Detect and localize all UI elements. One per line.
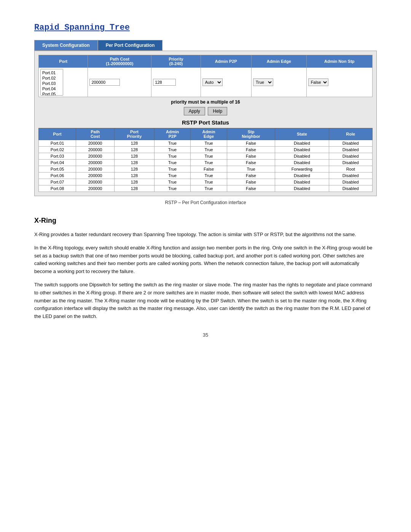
tab-system-config[interactable]: System Configuration bbox=[34, 40, 98, 51]
config-panel: Port Path Cost(1-200000000) Priority(0-2… bbox=[34, 51, 377, 196]
rstp-cell: Port.05 bbox=[39, 166, 76, 173]
priority-note: priority must be a multiple of 16 bbox=[38, 99, 373, 105]
rstp-col-priority: PortPriority bbox=[115, 128, 155, 140]
xring-title: X-Ring bbox=[34, 217, 377, 225]
rstp-cell: Disabled bbox=[275, 185, 329, 192]
rstp-cell: 128 bbox=[115, 140, 155, 147]
rstp-cell: 200000 bbox=[76, 166, 115, 173]
rstp-cell: Disabled bbox=[275, 147, 329, 153]
xring-para-3: The switch supports one Dipswitch for se… bbox=[34, 281, 377, 321]
rstp-col-path-cost: PathCost bbox=[76, 128, 115, 140]
rstp-cell: 128 bbox=[115, 179, 155, 185]
rstp-col-admin-edge: AdminEdge bbox=[191, 128, 227, 140]
rstp-cell: True bbox=[191, 179, 227, 185]
col-port: Port bbox=[39, 55, 88, 68]
rstp-status-title: RSTP Port Status bbox=[38, 119, 373, 126]
rstp-cell: 200000 bbox=[76, 140, 115, 147]
page-title: Rapid Spanning Tree bbox=[34, 23, 377, 32]
col-path-cost: Path Cost(1-200000000) bbox=[88, 55, 151, 68]
port-listbox[interactable]: Port.01 Port.02 Port.03 Port.04 Port.05 bbox=[40, 69, 63, 96]
admin-non-stp-select[interactable]: False True bbox=[308, 78, 328, 86]
rstp-col-stp-neighbor: StpNeighbor bbox=[227, 128, 275, 140]
admin-p2p-select[interactable]: Auto True False bbox=[202, 78, 223, 86]
admin-edge-cell: True False bbox=[251, 68, 306, 97]
rstp-cell: False bbox=[227, 160, 275, 166]
tab-bar: System Configuration Per Port Configurat… bbox=[34, 40, 377, 51]
rstp-cell: Disabled bbox=[275, 173, 329, 179]
rstp-cell: True bbox=[191, 147, 227, 153]
help-button[interactable]: Help bbox=[208, 107, 227, 115]
rstp-table-row: Port.07200000128TrueTrueFalseDisabledDis… bbox=[39, 179, 373, 185]
rstp-cell: Disabled bbox=[329, 185, 372, 192]
rstp-col-admin-p2p: AdminP2P bbox=[154, 128, 190, 140]
rstp-cell: True bbox=[154, 160, 190, 166]
tab-per-port-config[interactable]: Per Port Configuration bbox=[98, 40, 163, 51]
rstp-cell: Port.08 bbox=[39, 185, 76, 192]
rstp-table-row: Port.03200000128TrueTrueFalseDisabledDis… bbox=[39, 153, 373, 160]
admin-non-stp-cell: False True bbox=[306, 68, 372, 97]
rstp-cell: True bbox=[191, 160, 227, 166]
rstp-cell: True bbox=[191, 140, 227, 147]
rstp-cell: 128 bbox=[115, 185, 155, 192]
rstp-cell: True bbox=[154, 153, 190, 160]
rstp-cell: False bbox=[227, 185, 275, 192]
rstp-cell: False bbox=[191, 166, 227, 173]
rstp-table-row: Port.01200000128TrueTrueFalseDisabledDis… bbox=[39, 140, 373, 147]
rstp-cell: Disabled bbox=[275, 153, 329, 160]
path-cost-input[interactable] bbox=[89, 79, 120, 86]
config-row: Port.01 Port.02 Port.03 Port.04 Port.05 bbox=[39, 68, 373, 97]
xring-para-1: X-Ring provides a faster redundant recov… bbox=[34, 231, 377, 239]
rstp-cell: Disabled bbox=[275, 179, 329, 185]
rstp-cell: False bbox=[227, 147, 275, 153]
col-admin-edge: Admin Edge bbox=[251, 55, 306, 68]
rstp-cell: 128 bbox=[115, 147, 155, 153]
rstp-cell: True bbox=[191, 173, 227, 179]
rstp-cell: 200000 bbox=[76, 153, 115, 160]
rstp-cell: Port.07 bbox=[39, 179, 76, 185]
rstp-cell: Port.01 bbox=[39, 140, 76, 147]
rstp-cell: 200000 bbox=[76, 179, 115, 185]
rstp-cell: True bbox=[154, 185, 190, 192]
rstp-cell: True bbox=[191, 185, 227, 192]
rstp-cell: 128 bbox=[115, 166, 155, 173]
rstp-cell: True bbox=[154, 140, 190, 147]
page-number: 35 bbox=[34, 332, 377, 338]
button-row: Apply Help bbox=[38, 107, 373, 115]
rstp-table-row: Port.06200000128TrueTrueFalseDisabledDis… bbox=[39, 173, 373, 179]
rstp-cell: Root bbox=[329, 166, 372, 173]
rstp-cell: False bbox=[227, 153, 275, 160]
priority-input[interactable] bbox=[153, 79, 176, 86]
page-container: Rapid Spanning Tree System Configuration… bbox=[34, 23, 377, 338]
rstp-col-port: Port bbox=[39, 128, 76, 140]
table-caption: RSTP – Per Port Configuration interface bbox=[34, 200, 377, 205]
rstp-cell: Port.04 bbox=[39, 160, 76, 166]
rstp-cell: False bbox=[227, 173, 275, 179]
rstp-cell: 200000 bbox=[76, 147, 115, 153]
rstp-cell: Disabled bbox=[329, 153, 372, 160]
rstp-cell: 200000 bbox=[76, 173, 115, 179]
priority-cell bbox=[151, 68, 201, 97]
rstp-cell: Disabled bbox=[329, 179, 372, 185]
col-admin-p2p: Admin P2P bbox=[201, 55, 251, 68]
rstp-cell: True bbox=[191, 153, 227, 160]
admin-p2p-cell: Auto True False bbox=[201, 68, 251, 97]
rstp-cell: Disabled bbox=[329, 140, 372, 147]
rstp-cell: Disabled bbox=[275, 140, 329, 147]
rstp-table-row: Port.02200000128TrueTrueFalseDisabledDis… bbox=[39, 147, 373, 153]
rstp-cell: Disabled bbox=[329, 173, 372, 179]
rstp-col-role: Role bbox=[329, 128, 372, 140]
rstp-cell: True bbox=[154, 147, 190, 153]
path-cost-cell bbox=[88, 68, 151, 97]
rstp-cell: 200000 bbox=[76, 160, 115, 166]
admin-edge-select[interactable]: True False bbox=[253, 78, 273, 86]
rstp-cell: True bbox=[154, 179, 190, 185]
rstp-cell: 128 bbox=[115, 160, 155, 166]
rstp-cell: 128 bbox=[115, 173, 155, 179]
rstp-cell: 200000 bbox=[76, 185, 115, 192]
rstp-cell: True bbox=[154, 166, 190, 173]
rstp-cell: Disabled bbox=[275, 160, 329, 166]
apply-button[interactable]: Apply bbox=[184, 107, 205, 115]
rstp-cell: 128 bbox=[115, 153, 155, 160]
rstp-cell: Port.06 bbox=[39, 173, 76, 179]
rstp-table-row: Port.08200000128TrueTrueFalseDisabledDis… bbox=[39, 185, 373, 192]
